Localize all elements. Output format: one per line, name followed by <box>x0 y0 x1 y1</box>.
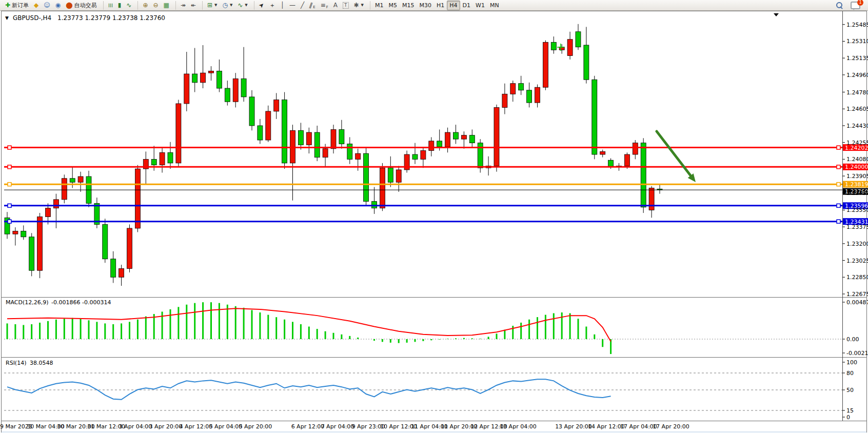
price-tag-label: 1.24000 <box>845 164 868 170</box>
candle-body <box>70 179 75 182</box>
timeframe-M1[interactable]: M1 <box>372 1 386 10</box>
button-label: M15 <box>402 2 415 9</box>
rsi-value: 38.0548 <box>30 360 53 366</box>
indicator-icon: ∿ <box>238 1 243 10</box>
line-handle[interactable] <box>8 165 11 169</box>
candle-body <box>339 129 344 144</box>
line-handle[interactable] <box>8 183 11 186</box>
search-tail <box>840 6 843 9</box>
tile-windows-button[interactable]: ▦ <box>161 1 172 10</box>
search-icon[interactable] <box>835 1 843 9</box>
timeframe-M15[interactable]: M15 <box>400 1 417 10</box>
button-label: MN <box>490 2 499 9</box>
text-label-button[interactable]: T <box>340 1 351 10</box>
candlestick-chart-button[interactable]: ▮ <box>115 1 124 10</box>
text-button[interactable]: A <box>331 1 340 10</box>
candle-body <box>209 71 214 73</box>
zoom-out-button[interactable]: ⊖ <box>150 1 161 10</box>
notifications-icon[interactable]: 1 <box>851 2 860 9</box>
candle-body <box>282 100 287 163</box>
timeframe-D1[interactable]: D1 <box>460 1 473 10</box>
time-axis-label: 17 Apr 20:00 <box>653 423 689 430</box>
toolbar: ✚新订单◆☺◉⬤自动交易 ☰▮∿ ⊕⊖▦ ↠↞ ⊞▼◷▼∿▼ ➤＋│—╱∥E≡F… <box>0 0 868 11</box>
timeframe-H1[interactable]: H1 <box>434 1 447 10</box>
time-axis-label: 5 Apr 04:00 <box>209 423 243 430</box>
candle-body <box>184 74 189 104</box>
line-handle[interactable] <box>8 204 11 207</box>
time-axis-label: 6 Apr 12:00 <box>291 423 325 430</box>
price-tick-label: 1.23550 <box>846 207 868 213</box>
new-order-button[interactable]: ✚新订单 <box>3 1 31 10</box>
line-handle[interactable] <box>837 146 840 149</box>
profiles-button[interactable]: ◷▼ <box>220 1 235 10</box>
candle-body <box>78 176 83 182</box>
autotrading-button[interactable]: ⬤自动交易 <box>63 1 99 10</box>
arrows-icon: ✱ <box>354 1 359 10</box>
time-axis-label: 7 Apr 04:00 <box>321 423 354 430</box>
chart-shift-button[interactable]: ↞ <box>188 1 199 10</box>
profile-button[interactable]: ☺ <box>41 1 53 10</box>
arrows-button[interactable]: ✱▼ <box>351 1 366 10</box>
candle-body <box>298 130 303 145</box>
line-handle[interactable] <box>837 165 840 169</box>
macd-label: MACD(12,26,9) <box>6 299 49 306</box>
timeframe-M5[interactable]: M5 <box>386 1 400 10</box>
bar-chart-icon: ☰ <box>106 3 115 8</box>
cursor-button[interactable]: ➤ <box>257 1 267 10</box>
auto-scroll-button[interactable]: ↠ <box>178 1 188 10</box>
signals-button[interactable]: ◉ <box>53 1 63 10</box>
macd-tick-label: 0.004875 <box>846 299 868 306</box>
candle-body <box>323 149 328 158</box>
chart-window: 1.242021.240001.238191.235961.234311.237… <box>0 0 868 433</box>
indicators-button[interactable]: ∿▼ <box>235 1 250 10</box>
trendline-button[interactable]: ╱ <box>298 1 307 10</box>
line-handle[interactable] <box>837 183 840 186</box>
new-chart-button[interactable]: ⊞▼ <box>205 1 220 10</box>
timeframe-W1[interactable]: W1 <box>473 1 487 10</box>
line-chart-button[interactable]: ∿ <box>124 1 134 10</box>
candle-body <box>437 141 442 147</box>
timeframe-H4[interactable]: H4 <box>447 1 460 10</box>
vertical-line-icon: │ <box>281 1 284 10</box>
candle-body <box>21 231 26 237</box>
line-handle[interactable] <box>8 220 11 223</box>
timeframe-M30[interactable]: M30 <box>417 1 434 10</box>
candle-body <box>216 71 222 88</box>
candle-body <box>111 259 116 278</box>
rsi-tick-label: 0 <box>846 414 850 421</box>
dropdown-caret-icon: ▼ <box>361 3 364 7</box>
candle-body <box>258 126 263 140</box>
fibonacci-button[interactable]: ≡F <box>318 1 331 10</box>
zoom-in-button[interactable]: ⊕ <box>140 1 150 10</box>
crosshair-button[interactable]: ＋ <box>267 1 278 10</box>
candle-body <box>347 144 352 159</box>
candle-body <box>151 159 156 165</box>
vertical-line-button[interactable]: │ <box>278 1 287 10</box>
candle-body <box>429 141 434 151</box>
candle-body <box>192 74 198 83</box>
chat-tail <box>852 8 854 10</box>
equidistant-channel-button[interactable]: ∥E <box>307 1 318 10</box>
line-handle[interactable] <box>837 220 840 223</box>
timeframe-MN[interactable]: MN <box>487 1 502 10</box>
candle-body <box>225 88 230 102</box>
line-handle[interactable] <box>8 146 11 149</box>
market-watch-button[interactable]: ◆ <box>31 1 41 10</box>
button-label: D1 <box>463 2 470 9</box>
horizontal-line-button[interactable]: — <box>287 1 298 10</box>
candle-body <box>527 90 532 103</box>
price-tick-label: 1.22675 <box>846 291 868 298</box>
symbol-dropdown-icon[interactable]: ▼ <box>5 15 9 21</box>
candle-body <box>600 151 605 154</box>
line-chart-icon: ∿ <box>126 1 131 10</box>
candle-body <box>494 107 499 166</box>
candle-body <box>372 202 377 208</box>
line-handle[interactable] <box>837 204 840 207</box>
candle-body <box>412 154 418 159</box>
candle-body <box>461 135 466 139</box>
candle-body <box>249 97 254 126</box>
time-axis-label: 4 Apr 12:00 <box>180 423 213 430</box>
zoom-in-icon: ⊕ <box>143 1 148 10</box>
bar-chart-button[interactable]: ☰ <box>106 1 115 10</box>
tile-windows-icon: ▦ <box>164 1 169 10</box>
